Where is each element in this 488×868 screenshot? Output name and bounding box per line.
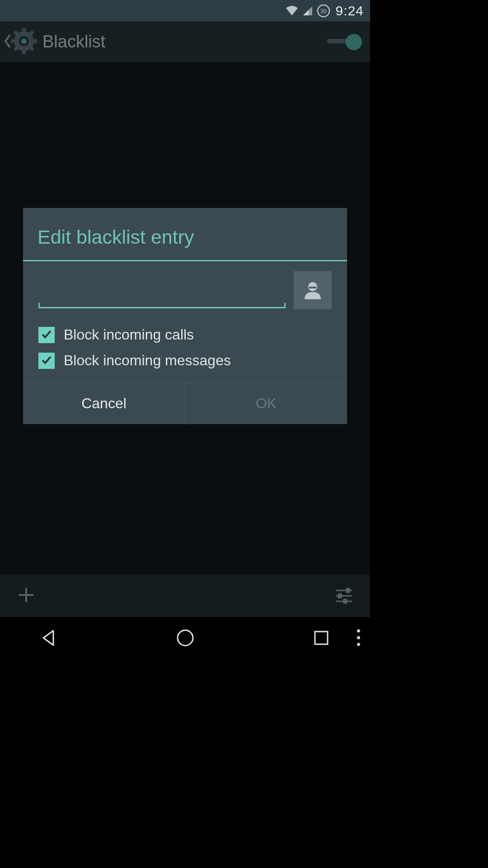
- status-bar: 30 9:24: [0, 0, 370, 21]
- cell-signal-icon: [302, 5, 313, 16]
- svg-rect-6: [32, 39, 37, 43]
- ok-button[interactable]: OK: [185, 383, 347, 424]
- block-calls-checkbox-row[interactable]: Block incoming calls: [38, 326, 332, 343]
- bottom-action-bar: [0, 575, 370, 617]
- wifi-icon: [285, 5, 299, 16]
- status-icons: 30: [285, 4, 330, 18]
- filter-settings-button[interactable]: [330, 582, 357, 609]
- nav-back-button[interactable]: [36, 625, 61, 651]
- svg-rect-22: [315, 632, 328, 644]
- checkmark-icon: [40, 354, 53, 368]
- screen-title: Blacklist: [42, 32, 327, 52]
- svg-rect-3: [22, 28, 26, 33]
- system-nav-bar: [0, 617, 370, 658]
- blacklist-master-toggle[interactable]: [327, 34, 362, 50]
- settings-gear-icon[interactable]: [10, 27, 38, 57]
- svg-point-21: [178, 630, 193, 646]
- svg-rect-4: [22, 49, 26, 54]
- nav-overflow-button[interactable]: [357, 629, 360, 646]
- plus-icon: [16, 585, 36, 607]
- sliders-icon: [334, 585, 354, 607]
- block-messages-label: Block incoming messages: [64, 352, 231, 369]
- app-bar: Blacklist: [0, 21, 370, 62]
- block-messages-checkbox-row[interactable]: Block incoming messages: [38, 352, 332, 369]
- checkmark-icon: [40, 328, 53, 342]
- svg-rect-5: [11, 39, 16, 43]
- alarm-badge-icon: 30: [317, 4, 330, 18]
- contact-icon: [303, 279, 323, 301]
- nav-recent-button[interactable]: [309, 625, 334, 651]
- svg-rect-18: [347, 589, 349, 592]
- block-calls-checkbox[interactable]: [38, 327, 55, 343]
- svg-text:30: 30: [320, 8, 327, 14]
- cancel-button[interactable]: Cancel: [23, 383, 185, 424]
- dialog-title: Edit blacklist entry: [23, 208, 347, 260]
- status-time: 9:24: [336, 3, 364, 19]
- edit-blacklist-dialog: Edit blacklist entry: [23, 208, 347, 424]
- pick-contact-button[interactable]: [294, 271, 332, 309]
- svg-point-12: [21, 38, 27, 44]
- block-messages-checkbox[interactable]: [38, 353, 55, 369]
- svg-rect-19: [338, 594, 341, 598]
- entry-number-input[interactable]: [38, 277, 286, 308]
- svg-rect-14: [309, 287, 316, 288]
- block-calls-label: Block incoming calls: [64, 326, 194, 343]
- add-entry-button[interactable]: [13, 582, 40, 609]
- nav-home-button[interactable]: [173, 625, 198, 651]
- svg-rect-20: [344, 599, 347, 603]
